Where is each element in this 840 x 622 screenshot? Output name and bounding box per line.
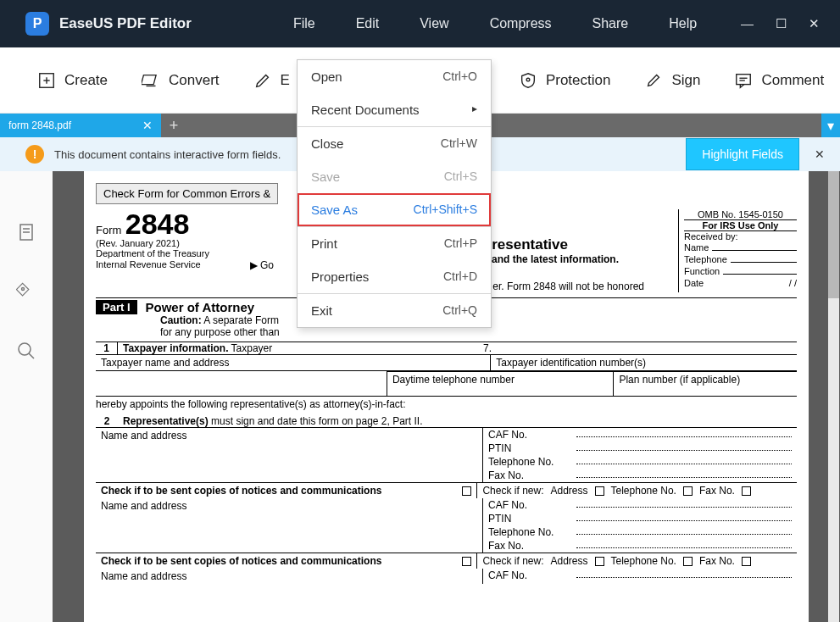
menu-share[interactable]: Share (592, 16, 629, 31)
tel-checkbox-1[interactable] (683, 486, 693, 496)
menu-save-as[interactable]: Save AsCtrl+Shift+S (298, 193, 491, 226)
menu-file[interactable]: File (293, 16, 315, 31)
row2-text: must sign and date this form on page 2, … (209, 415, 423, 427)
menu-recent[interactable]: Recent Documents▸ (298, 93, 491, 126)
tab-dropdown-button[interactable]: ▾ (821, 114, 840, 137)
form-word: Form (96, 224, 121, 236)
irs-func-field[interactable] (723, 266, 797, 275)
appoints-text: hereby appoints the following representa… (96, 396, 797, 412)
part1-title: Power of Attorney (146, 300, 255, 314)
dept-line1: Department of the Treasury (96, 248, 274, 259)
row1-t7: 7. (483, 342, 797, 354)
minimize-button[interactable]: — (741, 16, 754, 31)
infobar-close-button[interactable]: ✕ (799, 147, 840, 161)
irs-date-sep[interactable]: / / (704, 278, 797, 288)
tel-label-1: Telephone No. (611, 485, 676, 497)
check-errors-field[interactable]: Check Form for Common Errors & (96, 183, 278, 204)
taxpayer-name-addr-label: Taxpayer name and address (96, 355, 490, 370)
check-new-1: Check if new: (482, 485, 543, 497)
menu-edit[interactable]: Edit (356, 16, 380, 31)
scrollbar-thumb[interactable] (828, 171, 839, 298)
taxpayer-id-label: Taxpayer identification number(s) (490, 355, 797, 370)
menu-print-label: Print (311, 236, 337, 251)
close-window-button[interactable]: ✕ (809, 16, 820, 31)
rep3-name-addr-label: Name and address (96, 569, 482, 584)
rep2-name-addr-label: Name and address (96, 498, 482, 553)
comment-button[interactable]: Comment (734, 71, 824, 90)
irs-name-label: Name (684, 242, 709, 253)
menu-help[interactable]: Help (669, 16, 697, 31)
latest-info: and the latest information. (492, 253, 619, 265)
tel-checkbox-2[interactable] (683, 557, 693, 566)
rep1-tel-label: Telephone No. (488, 456, 573, 468)
sign-button[interactable]: Sign (644, 71, 700, 90)
search-icon[interactable] (16, 341, 36, 361)
menu-open[interactable]: OpenCtrl+O (298, 60, 491, 93)
menu-compress[interactable]: Compress (490, 16, 552, 31)
rep2-ptin-label: PTIN (488, 513, 573, 525)
irs-tel-field[interactable] (731, 254, 797, 263)
svg-point-4 (526, 78, 530, 81)
addr-checkbox-1[interactable] (595, 486, 604, 496)
taxpayer-name-addr-field[interactable] (96, 371, 387, 396)
check-copies-1: Check if to be sent copies of notices an… (101, 485, 381, 497)
rep2-fax-field[interactable] (576, 540, 792, 548)
row2-num: 2 (96, 415, 118, 427)
menu-open-shortcut: Ctrl+O (442, 69, 477, 84)
convert-button[interactable]: Convert (142, 71, 220, 90)
info-message: This document contains interactive form … (54, 148, 281, 161)
menu-view[interactable]: View (420, 16, 448, 31)
convert-label: Convert (169, 72, 220, 89)
copies-checkbox-1[interactable] (462, 486, 471, 496)
menu-recent-label: Recent Documents (311, 103, 420, 117)
svg-rect-5 (737, 74, 751, 84)
received-by: Received by: (684, 231, 797, 242)
edit-button[interactable]: E (253, 71, 290, 90)
menu-saveas-label: Save As (311, 203, 358, 217)
rep1-fax-field[interactable] (576, 469, 792, 478)
addr-checkbox-2[interactable] (595, 557, 604, 566)
rep1-tel-field[interactable] (576, 456, 792, 464)
rep2-ptin-field[interactable] (576, 513, 792, 521)
alert-icon: ! (25, 145, 44, 164)
rep2-fax-label: Fax No. (488, 540, 573, 552)
menu-save[interactable]: SaveCtrl+S (298, 160, 491, 193)
fax-checkbox-2[interactable] (742, 557, 751, 566)
vertical-scrollbar[interactable] (828, 171, 839, 622)
tel-label-2: Telephone No. (611, 555, 676, 567)
menu-properties[interactable]: PropertiesCtrl+D (298, 260, 491, 293)
tab-close-button[interactable]: ✕ (142, 119, 153, 132)
protection-label: Protection (546, 72, 611, 89)
rep1-ptin-field[interactable] (576, 442, 792, 451)
rep1-ptin-label: PTIN (488, 442, 573, 454)
rep1-caf-label: CAF No. (488, 429, 573, 441)
new-tab-button[interactable]: + (161, 114, 186, 137)
row1-bold: Taxpayer information. (123, 342, 228, 354)
maximize-button[interactable]: ☐ (776, 16, 787, 31)
caution-bold: Caution: (160, 314, 202, 326)
irs-name-field[interactable] (712, 242, 797, 251)
menu-close-shortcut: Ctrl+W (441, 136, 477, 151)
comment-icon (734, 71, 753, 90)
menu-print[interactable]: PrintCtrl+P (298, 227, 491, 260)
highlight-fields-button[interactable]: Highlight Fields (686, 138, 799, 170)
menu-close[interactable]: CloseCtrl+W (298, 127, 491, 160)
page-thumbnails-icon[interactable] (16, 222, 36, 242)
menu-exit[interactable]: ExitCtrl+Q (298, 294, 491, 327)
check-copies-2: Check if to be sent copies of notices an… (101, 555, 381, 567)
copies-checkbox-2[interactable] (462, 557, 471, 566)
irs-use-box: OMB No. 1545-0150 For IRS Use Only Recei… (678, 209, 797, 292)
protection-button[interactable]: Protection (519, 71, 611, 90)
rep2-caf-field[interactable] (576, 499, 792, 508)
menu-properties-label: Properties (311, 269, 369, 284)
row2-bold: Representative(s) (123, 415, 209, 427)
rep2-tel-field[interactable] (576, 526, 792, 535)
row1-num: 1 (96, 342, 118, 354)
tag-icon[interactable] (16, 281, 36, 302)
document-tab[interactable]: form 2848.pdf ✕ (0, 114, 161, 137)
side-panel (0, 171, 53, 622)
rep1-caf-field[interactable] (576, 429, 792, 437)
rep3-caf-field[interactable] (576, 569, 792, 578)
fax-checkbox-1[interactable] (742, 486, 751, 496)
create-button[interactable]: Create (37, 71, 108, 90)
